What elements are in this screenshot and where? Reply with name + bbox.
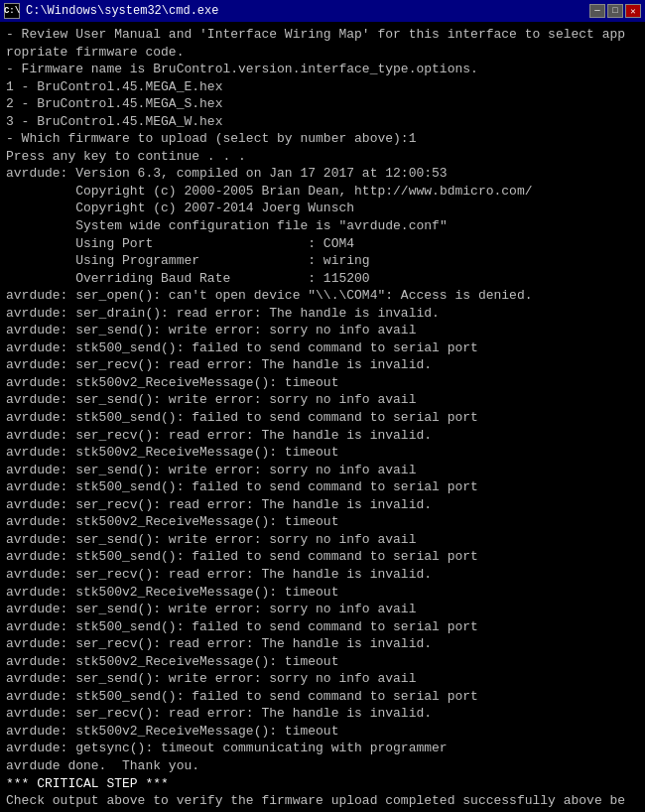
terminal-line: Check output above to verify the firmwar… (6, 792, 639, 810)
terminal-line: - Which firmware to upload (select by nu… (6, 130, 639, 148)
terminal-line: Copyright (c) 2000-2005 Brian Dean, http… (6, 183, 639, 201)
terminal-line: avrdude: stk500v2_ReceiveMessage(): time… (6, 513, 639, 531)
terminal-line: 1 - BruControl.45.MEGA_E.hex (6, 78, 639, 96)
terminal-line: avrdude: ser_recv(): read error: The han… (6, 427, 639, 445)
terminal-line: avrdude: stk500_send(): failed to send c… (6, 548, 639, 566)
terminal-line: avrdude: stk500_send(): failed to send c… (6, 478, 639, 496)
window-title: C:\Windows\system32\cmd.exe (26, 4, 218, 18)
terminal-line: avrdude: ser_drain(): read error: The ha… (6, 305, 639, 323)
terminal-line: Using Port : COM4 (6, 235, 639, 253)
terminal-line: avrdude: ser_send(): write error: sorry … (6, 531, 639, 549)
cmd-icon: C:\ (4, 3, 20, 19)
terminal-line: avrdude: ser_send(): write error: sorry … (6, 322, 639, 339)
terminal-line: avrdude: stk500v2_ReceiveMessage(): time… (6, 723, 639, 741)
terminal-line: avrdude: ser_recv(): read error: The han… (6, 496, 639, 514)
terminal-line: ropriate firmware code. (6, 44, 639, 62)
terminal-line: 3 - BruControl.45.MEGA_W.hex (6, 113, 639, 131)
terminal-line: avrdude: ser_recv(): read error: The han… (6, 566, 639, 584)
title-bar-left: C:\ C:\Windows\system32\cmd.exe (4, 3, 218, 19)
window: C:\ C:\Windows\system32\cmd.exe ─ □ ✕ - … (0, 0, 645, 812)
terminal-line: Using Programmer : wiring (6, 252, 639, 270)
terminal-line: avrdude: Version 6.3, compiled on Jan 17… (6, 165, 639, 183)
terminal-line: avrdude: stk500_send(): failed to send c… (6, 688, 639, 706)
terminal-line: avrdude: ser_recv(): read error: The han… (6, 635, 639, 653)
terminal-line: - Review User Manual and 'Interface Wiri… (6, 26, 639, 44)
terminal-line: System wide configuration file is "avrdu… (6, 217, 639, 235)
terminal-line: *** CRITICAL STEP *** (6, 775, 639, 793)
restore-button[interactable]: □ (607, 4, 623, 18)
terminal-line: avrdude done. Thank you. (6, 757, 639, 775)
terminal-line: Press any key to continue . . . (6, 148, 639, 166)
terminal-line: avrdude: stk500_send(): failed to send c… (6, 339, 639, 357)
terminal-line: avrdude: ser_send(): write error: sorry … (6, 391, 639, 409)
terminal-line: avrdude: ser_recv(): read error: The han… (6, 705, 639, 723)
terminal-line: Copyright (c) 2007-2014 Joerg Wunsch (6, 200, 639, 217)
terminal-line: avrdude: ser_send(): write error: sorry … (6, 462, 639, 479)
terminal-line: avrdude: stk500v2_ReceiveMessage(): time… (6, 374, 639, 392)
terminal-line: avrdude: ser_open(): can't open device "… (6, 287, 639, 305)
window-controls: ─ □ ✕ (589, 4, 641, 18)
terminal-line: avrdude: stk500_send(): failed to send c… (6, 409, 639, 427)
minimize-button[interactable]: ─ (589, 4, 605, 18)
terminal-line: avrdude: stk500v2_ReceiveMessage(): time… (6, 584, 639, 602)
terminal-line: avrdude: getsync(): timeout communicatin… (6, 740, 639, 757)
terminal-line: avrdude: ser_send(): write error: sorry … (6, 670, 639, 688)
terminal-line: Overriding Baud Rate : 115200 (6, 270, 639, 288)
terminal-line: avrdude: ser_recv(): read error: The han… (6, 356, 639, 374)
terminal-line: avrdude: stk500v2_ReceiveMessage(): time… (6, 653, 639, 671)
close-button[interactable]: ✕ (625, 4, 641, 18)
terminal-line: avrdude: stk500_send(): failed to send c… (6, 618, 639, 636)
terminal-line: - Firmware name is BruControl.version.in… (6, 61, 639, 78)
terminal-line: avrdude: stk500v2_ReceiveMessage(): time… (6, 444, 639, 462)
terminal-line: 2 - BruControl.45.MEGA_S.hex (6, 95, 639, 113)
terminal-line: avrdude: ser_send(): write error: sorry … (6, 601, 639, 618)
title-bar: C:\ C:\Windows\system32\cmd.exe ─ □ ✕ (0, 0, 645, 22)
terminal-output: - Review User Manual and 'Interface Wiri… (0, 22, 645, 812)
